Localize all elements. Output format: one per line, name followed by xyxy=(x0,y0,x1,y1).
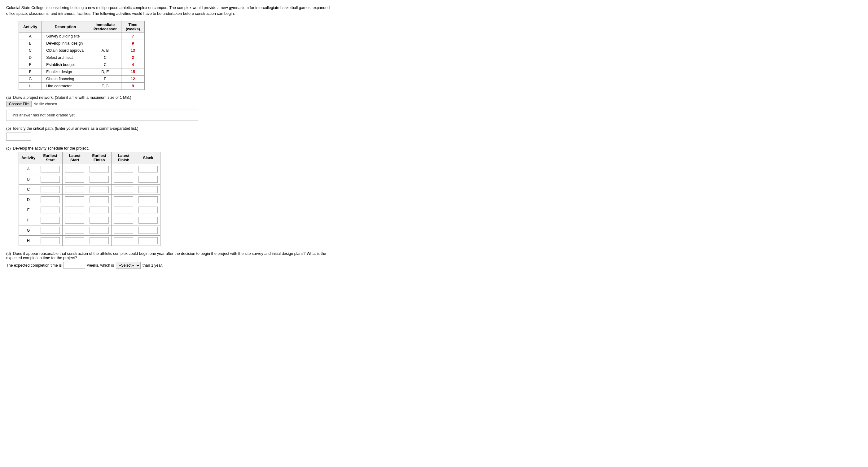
sched-slack-input-C[interactable] xyxy=(138,186,158,193)
sched-activity-cell: H xyxy=(19,236,38,246)
sched-slack-input-H[interactable] xyxy=(138,237,158,244)
sched-slack-input-F[interactable] xyxy=(138,217,158,224)
sched-slack-input-E[interactable] xyxy=(138,207,158,213)
sched-slack-cell xyxy=(136,236,160,246)
sched-earliest-finish-input-E[interactable] xyxy=(90,207,109,213)
sched-latest-start-input-A[interactable] xyxy=(65,166,84,173)
sched-earliest-start-input-G[interactable] xyxy=(40,227,60,234)
critical-path-input[interactable] xyxy=(6,132,31,141)
sched-earliest-start-cell xyxy=(38,215,63,225)
sched-latest-start-cell xyxy=(63,174,87,184)
sched-earliest-finish-input-G[interactable] xyxy=(90,227,109,234)
sched-col-slack: Slack xyxy=(136,152,160,164)
sched-earliest-start-input-D[interactable] xyxy=(40,196,60,203)
predecessor-cell: F, G xyxy=(89,82,121,90)
choose-file-button[interactable]: Choose File xyxy=(6,101,32,107)
sched-slack-cell xyxy=(136,194,160,205)
sched-latest-finish-cell xyxy=(112,194,136,205)
sched-slack-input-D[interactable] xyxy=(138,196,158,203)
time-cell: 9 xyxy=(121,82,144,90)
time-cell: 2 xyxy=(121,54,144,61)
sched-latest-finish-input-H[interactable] xyxy=(114,237,133,244)
sched-earliest-start-cell xyxy=(38,184,63,194)
sched-latest-finish-input-A[interactable] xyxy=(114,166,133,173)
time-cell: 9 xyxy=(121,40,144,47)
sched-latest-start-input-D[interactable] xyxy=(65,196,84,203)
sched-slack-input-B[interactable] xyxy=(138,176,158,183)
sched-latest-finish-cell xyxy=(112,225,136,236)
sched-earliest-start-input-H[interactable] xyxy=(40,237,60,244)
description-cell: Develop initial design xyxy=(42,40,89,47)
sched-earliest-start-input-F[interactable] xyxy=(40,217,60,224)
sched-slack-cell xyxy=(136,205,160,215)
sched-earliest-finish-cell xyxy=(87,174,112,184)
sched-earliest-finish-input-C[interactable] xyxy=(90,186,109,193)
no-file-label: No file chosen xyxy=(33,102,57,106)
sched-latest-finish-input-D[interactable] xyxy=(114,196,133,203)
sched-slack-cell xyxy=(136,225,160,236)
sched-latest-start-input-F[interactable] xyxy=(65,217,84,224)
sched-slack-cell xyxy=(136,164,160,174)
sched-latest-finish-input-E[interactable] xyxy=(114,207,133,213)
sched-latest-start-cell xyxy=(63,205,87,215)
sched-latest-finish-input-G[interactable] xyxy=(114,227,133,234)
sched-latest-start-input-G[interactable] xyxy=(65,227,84,234)
sched-latest-finish-cell xyxy=(112,174,136,184)
completion-select[interactable]: --Select--lessmoreequal to xyxy=(116,262,141,269)
completion-row: The expected completion time is weeks, w… xyxy=(6,262,335,269)
sched-earliest-finish-input-H[interactable] xyxy=(90,237,109,244)
completion-time-input[interactable] xyxy=(63,262,85,269)
sched-latest-start-input-E[interactable] xyxy=(65,207,84,213)
sched-earliest-start-input-A[interactable] xyxy=(40,166,60,173)
time-cell: 7 xyxy=(121,33,144,40)
sched-latest-start-cell xyxy=(63,225,87,236)
col-header-description: Description xyxy=(42,21,89,33)
activity-cell: G xyxy=(19,75,42,82)
activity-table: Activity Description ImmediatePredecesso… xyxy=(19,21,145,90)
sched-latest-start-cell xyxy=(63,164,87,174)
sched-latest-start-input-H[interactable] xyxy=(65,237,84,244)
sched-earliest-start-cell xyxy=(38,174,63,184)
description-cell: Establish budget xyxy=(42,61,89,68)
description-cell: Hire contractor xyxy=(42,82,89,90)
sched-latest-finish-cell xyxy=(112,236,136,246)
description-cell: Finalize design xyxy=(42,68,89,75)
part-d-label: (d) Does it appear reasonable that const… xyxy=(6,251,335,260)
sched-earliest-finish-input-A[interactable] xyxy=(90,166,109,173)
sched-slack-input-G[interactable] xyxy=(138,227,158,234)
sched-slack-input-A[interactable] xyxy=(138,166,158,173)
sched-earliest-start-input-B[interactable] xyxy=(40,176,60,183)
sched-slack-cell xyxy=(136,174,160,184)
sched-latest-start-input-B[interactable] xyxy=(65,176,84,183)
sched-latest-finish-cell xyxy=(112,164,136,174)
activity-cell: D xyxy=(19,54,42,61)
graded-box: This answer has not been graded yet. xyxy=(6,110,198,121)
part-b-section: (b) Identify the critical path. (Enter y… xyxy=(6,126,335,141)
intro-text: Colonial State College is considering bu… xyxy=(6,5,335,17)
sched-earliest-start-input-C[interactable] xyxy=(40,186,60,193)
sched-activity-cell: E xyxy=(19,205,38,215)
sched-slack-cell xyxy=(136,215,160,225)
sched-earliest-finish-input-B[interactable] xyxy=(90,176,109,183)
sched-latest-finish-input-C[interactable] xyxy=(114,186,133,193)
sched-earliest-finish-input-D[interactable] xyxy=(90,196,109,203)
sched-col-latest-start: LatestStart xyxy=(63,152,87,164)
predecessor-cell: C xyxy=(89,54,121,61)
sched-latest-finish-cell xyxy=(112,205,136,215)
sched-earliest-finish-input-F[interactable] xyxy=(90,217,109,224)
time-cell: 12 xyxy=(121,75,144,82)
graded-text: This answer has not been graded yet. xyxy=(11,113,75,117)
sched-earliest-finish-cell xyxy=(87,215,112,225)
sched-latest-finish-input-F[interactable] xyxy=(114,217,133,224)
predecessor-cell: A, B xyxy=(89,47,121,54)
sched-col-earliest-finish: EarliestFinish xyxy=(87,152,112,164)
sched-latest-finish-input-B[interactable] xyxy=(114,176,133,183)
predecessor-cell: E xyxy=(89,75,121,82)
sched-latest-start-input-C[interactable] xyxy=(65,186,84,193)
sched-earliest-start-input-E[interactable] xyxy=(40,207,60,213)
predecessor-cell xyxy=(89,33,121,40)
sched-activity-cell: D xyxy=(19,194,38,205)
sched-earliest-start-cell xyxy=(38,164,63,174)
description-cell: Select architect xyxy=(42,54,89,61)
completion-prefix: The expected completion time is xyxy=(6,263,62,268)
